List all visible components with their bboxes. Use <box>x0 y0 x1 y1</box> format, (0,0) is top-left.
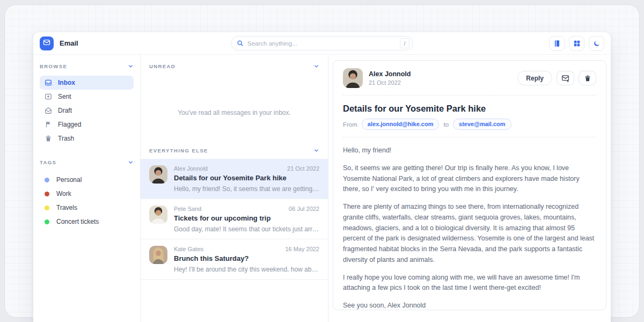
to-label: to <box>443 121 449 128</box>
moon-icon <box>593 40 601 47</box>
mail-open-icon <box>45 107 52 114</box>
envelope-plus-icon <box>561 74 569 82</box>
forward-mail-button[interactable] <box>557 71 574 85</box>
inbox-icon <box>45 79 52 86</box>
sidebar-item-flagged[interactable]: Flagged <box>40 118 134 131</box>
body-paragraph: So, it seems we are getting there! Our t… <box>343 163 596 195</box>
trash-icon <box>584 75 591 82</box>
email-sender: Alex Jonnold <box>174 165 208 172</box>
message-detail-card: Alex Jonnold 21 Oct 2022 Reply <box>333 60 606 310</box>
from-label: From <box>343 121 357 128</box>
tags-collapse-chevron-icon[interactable] <box>128 159 134 165</box>
tag-item-concert-tickets[interactable]: Concert tickets <box>40 215 134 229</box>
detail-header: Alex Jonnold 21 Oct 2022 Reply <box>343 68 596 88</box>
tag-dot <box>45 192 49 196</box>
email-app-window: Email / <box>33 32 611 322</box>
detail-date: 21 Oct 2022 <box>369 79 411 86</box>
sent-icon <box>45 93 52 100</box>
tags-section-label: TAGS <box>40 159 56 165</box>
browse-nav: Inbox Sent Draft <box>40 76 134 145</box>
unread-section-label: UNREAD <box>149 63 175 69</box>
tag-dot <box>45 219 49 224</box>
sidebar-item-trash[interactable]: Trash <box>40 131 134 145</box>
email-preview: Hello, my friend! So, it seems that we a… <box>174 185 319 193</box>
from-email-chip[interactable]: alex.jonnold@hike.com <box>362 119 440 130</box>
reply-button[interactable]: Reply <box>517 71 552 85</box>
delete-mail-button[interactable] <box>579 71 596 85</box>
browse-section-label: BROWSE <box>40 63 67 69</box>
body-paragraph: I really hope you love coming along with… <box>343 273 596 294</box>
search-box[interactable]: / <box>231 36 413 50</box>
topbar-actions <box>549 36 604 51</box>
to-email-chip[interactable]: steve@mail.com <box>453 119 511 130</box>
email-list: Alex Jonnold 21 Oct 2022 Details for our… <box>141 159 328 280</box>
email-preview: Hey! I'll be around the city this weeken… <box>174 266 319 273</box>
browse-collapse-chevron-icon[interactable] <box>128 63 134 69</box>
everything-else-section-label: EVERYTHING ELSE <box>149 148 208 153</box>
sidebar-item-label: Inbox <box>58 79 75 86</box>
tag-label: Travels <box>56 204 77 211</box>
app-logo <box>40 36 54 50</box>
email-date: 06 Jul 2022 <box>289 206 319 212</box>
tag-item-travels[interactable]: Travels <box>40 201 134 215</box>
apps-grid-button[interactable] <box>569 36 584 51</box>
email-subject: Tickets for our upcoming trip <box>174 214 319 222</box>
tag-label: Concert tickets <box>56 218 99 225</box>
search-shortcut-hint: / <box>400 38 409 48</box>
sidebar-item-inbox[interactable]: Inbox <box>40 76 134 90</box>
detail-body: Hello, my friend! So, it seems we are ge… <box>343 138 596 310</box>
sidebar-item-label: Flagged <box>58 121 81 128</box>
search-icon <box>237 40 244 47</box>
email-date: 21 Oct 2022 <box>287 165 319 172</box>
bookmarks-button[interactable] <box>549 36 565 51</box>
everything-else-collapse-chevron-icon[interactable] <box>313 148 319 153</box>
divider <box>343 95 596 96</box>
sidebar-item-label: Trash <box>58 135 74 142</box>
message-detail-column: Alex Jonnold 21 Oct 2022 Reply <box>328 55 611 322</box>
search-input[interactable] <box>247 40 400 47</box>
message-list-column: UNREAD You've read all messages in your … <box>141 55 328 322</box>
email-sender: Kate Gates <box>174 246 203 252</box>
sidebar-item-label: Draft <box>58 107 72 114</box>
divider <box>343 137 596 137</box>
main-area: BROWSE Inbox <box>33 55 611 322</box>
detail-actions: Reply <box>517 71 596 85</box>
body-paragraph: See you soon, Alex Jonnold <box>343 301 596 310</box>
envelope-icon <box>43 39 50 48</box>
avatar <box>343 68 363 88</box>
email-list-item-kate[interactable]: Kate Gates 16 May 2022 Brunch this Satur… <box>141 239 328 280</box>
detail-subject: Details for our Yosemite Park hike <box>343 104 596 114</box>
avatar <box>149 246 167 264</box>
avatar <box>149 165 167 184</box>
tag-dot <box>45 178 49 182</box>
dark-mode-button[interactable] <box>589 36 604 51</box>
email-date: 16 May 2022 <box>285 246 319 252</box>
tag-label: Work <box>56 190 71 197</box>
sidebar-item-sent[interactable]: Sent <box>40 90 134 104</box>
topbar: Email / <box>33 32 611 55</box>
email-preview: Good day, mate! It seems that our ticket… <box>174 225 319 233</box>
tag-dot <box>45 206 49 210</box>
tag-item-personal[interactable]: Personal <box>40 173 134 187</box>
email-subject: Brunch this Saturday? <box>174 254 319 262</box>
sidebar-item-label: Sent <box>58 93 71 100</box>
detail-sender-name: Alex Jonnold <box>369 70 411 78</box>
tags-list: Personal Work Travels Concert tickets <box>40 173 134 229</box>
tag-item-work[interactable]: Work <box>40 187 134 201</box>
sidebar: BROWSE Inbox <box>33 55 141 322</box>
trash-icon <box>45 135 52 142</box>
detail-from-row: From alex.jonnold@hike.com to steve@mail… <box>343 119 596 130</box>
unread-collapse-chevron-icon[interactable] <box>313 63 319 69</box>
email-subject: Details for our Yosemite Park hike <box>174 174 319 182</box>
app-title: Email <box>60 39 78 47</box>
sidebar-item-draft[interactable]: Draft <box>40 104 134 118</box>
unread-empty-message: You've read all messages in your inbox. <box>149 109 319 116</box>
email-list-item-pete[interactable]: Pete Sand 06 Jul 2022 Tickets for our up… <box>141 199 328 239</box>
body-paragraph: There are plenty of amazing things to se… <box>343 202 596 266</box>
body-paragraph: Hello, my friend! <box>343 145 596 156</box>
email-list-item-alex[interactable]: Alex Jonnold 21 Oct 2022 Details for our… <box>141 159 328 199</box>
grid-icon <box>573 40 581 47</box>
flag-icon <box>45 121 52 128</box>
book-icon <box>553 40 561 47</box>
avatar <box>149 206 167 224</box>
